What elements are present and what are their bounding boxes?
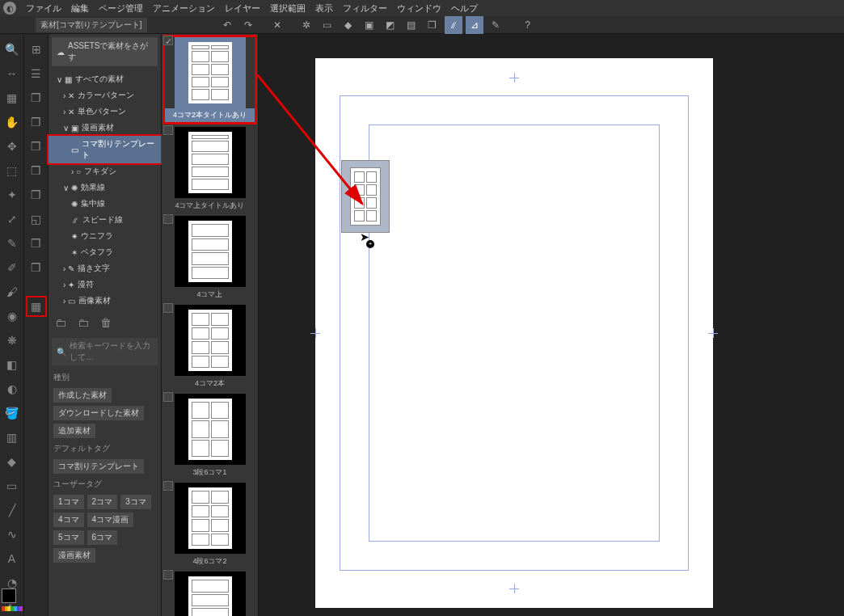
ruler-toggle-icon[interactable]: ⊿	[466, 16, 483, 34]
menu-filter[interactable]: フィルター	[343, 2, 387, 15]
tree-concentrated[interactable]: ✺ 集中線	[49, 196, 161, 212]
undo-icon[interactable]: ↶	[218, 16, 236, 34]
tree-color-pattern[interactable]: › ✕ カラーパターン	[49, 87, 161, 103]
search-assets-button[interactable]: ☁ ASSETSで素材をさがす	[52, 37, 158, 66]
tree-frame-template[interactable]: ▭ コマ割りテンプレート	[49, 136, 161, 163]
user-tag-4[interactable]: 4コマ漫画	[87, 513, 134, 527]
material-thumb-3[interactable]: 4コマ2本	[165, 305, 255, 389]
thumb-checkbox[interactable]	[163, 392, 173, 402]
brush-icon[interactable]: ✎	[487, 16, 504, 34]
menu-window[interactable]: ウィンドウ	[397, 2, 441, 15]
canvas-page[interactable]	[315, 58, 713, 608]
folder-add-icon[interactable]: 🗀	[52, 314, 70, 331]
tree-manga-material[interactable]: ∨ ▣ 漫画素材	[49, 120, 161, 136]
tree-image-material[interactable]: › ▭ 画像素材	[49, 293, 161, 309]
material-thumb-2[interactable]: 4コマ上	[165, 216, 255, 300]
default-tag[interactable]: コマ割りテンプレート	[53, 459, 144, 474]
spinner-icon[interactable]: ✲	[298, 16, 315, 34]
material-search-input[interactable]: 🔍 検索キーワードを入力して…	[52, 338, 158, 365]
user-tag-5[interactable]: 5コマ	[53, 530, 84, 545]
crop-icon[interactable]: ▣	[361, 16, 378, 34]
menu-page[interactable]: ページ管理	[99, 2, 143, 15]
menu-anim[interactable]: アニメーション	[153, 2, 215, 15]
cube-icon[interactable]: ◱	[27, 210, 45, 228]
stack5-icon[interactable]: ❒	[27, 186, 45, 204]
scale-icon[interactable]: ▭	[319, 16, 336, 34]
curve-tool-icon[interactable]: ∿	[3, 525, 21, 543]
copy-icon[interactable]: ❐	[424, 16, 441, 34]
canvas-area[interactable]	[259, 34, 844, 616]
material-thumbnail-list[interactable]: ✓4コマ2本タイトルあり4コマ上タイトルあり4コマ上4コマ2本3段6コマ14段6…	[162, 34, 259, 616]
folder-icon[interactable]: 🗀	[74, 314, 92, 331]
thumb-checkbox[interactable]	[163, 214, 173, 224]
eyedropper-tool-icon[interactable]: ⤢	[3, 210, 21, 228]
stack3-icon[interactable]: ❒	[27, 137, 45, 155]
menu-edit[interactable]: 編集	[71, 2, 89, 15]
cat-created[interactable]: 作成した素材	[53, 388, 112, 403]
user-tag-6[interactable]: 6コマ	[87, 530, 118, 545]
layers-icon[interactable]: ☰	[27, 65, 45, 82]
user-tag-7[interactable]: 漫画素材	[53, 548, 95, 563]
gradient-tool-icon[interactable]: ▥	[3, 428, 21, 446]
tree-balloon[interactable]: › ○ フキダシ	[49, 163, 161, 179]
pen-tool-icon[interactable]: ✎	[3, 234, 21, 252]
hand-tool-icon[interactable]: ✋	[3, 113, 21, 131]
bucket-tool-icon[interactable]: 🪣	[3, 404, 21, 422]
tree-unifura[interactable]: ✷ ウニフラ	[49, 228, 161, 244]
frame-tool-icon[interactable]: ▭	[3, 477, 21, 495]
move-tool-icon[interactable]: ↔	[3, 65, 21, 82]
thumb-checkbox[interactable]	[163, 303, 173, 313]
material-thumb-1[interactable]: 4コマ上タイトルあり	[165, 127, 255, 211]
line-tool-icon[interactable]: ╱	[3, 501, 21, 519]
help-icon[interactable]: ?	[519, 16, 537, 34]
quickaccess-icon[interactable]: ⊞	[27, 40, 45, 58]
pencil-tool-icon[interactable]: ✐	[3, 259, 21, 276]
material-thumb-5[interactable]: 4段6コマ2	[165, 483, 255, 567]
eraser-tool-icon[interactable]: ◧	[3, 356, 21, 373]
tree-drawn-text[interactable]: › ✎ 描き文字	[49, 260, 161, 276]
select-tool-icon[interactable]: ▦	[3, 89, 21, 107]
gradient-icon[interactable]: ▤	[403, 16, 420, 34]
menu-file[interactable]: ファイル	[26, 2, 61, 15]
wand-tool-icon[interactable]: ✦	[3, 186, 21, 204]
tree-all-materials[interactable]: ∨ ▦ すべての素材	[49, 71, 161, 87]
shape-tool-icon[interactable]: ◆	[3, 453, 21, 470]
invert-icon[interactable]: ◩	[382, 16, 399, 34]
thumb-checkbox[interactable]: ✓	[163, 36, 173, 45]
stack6-icon[interactable]: ❒	[27, 234, 45, 252]
tree-manpu[interactable]: › ✦ 漫符	[49, 276, 161, 293]
fill-icon[interactable]: ◆	[340, 16, 357, 34]
tree-betafura[interactable]: ✶ ベタフラ	[49, 244, 161, 260]
deco-tool-icon[interactable]: ❋	[3, 331, 21, 349]
tree-effect-line[interactable]: ∨ ✺ 効果線	[49, 179, 161, 196]
snap-toggle-icon[interactable]: ⫽	[445, 16, 462, 34]
tree-speed[interactable]: ⫽ スピード線	[49, 212, 161, 228]
user-tag-0[interactable]: 1コマ	[53, 495, 84, 509]
marquee-tool-icon[interactable]: ⬚	[3, 162, 21, 179]
thumb-checkbox[interactable]	[163, 125, 173, 135]
user-tag-3[interactable]: 4コマ	[53, 513, 84, 527]
thumb-checkbox[interactable]	[163, 570, 173, 580]
redo-icon[interactable]: ↷	[239, 16, 257, 34]
material-thumb-4[interactable]: 3段6コマ1	[165, 394, 255, 478]
material-thumb-0[interactable]: ✓4コマ2本タイトルあり	[165, 37, 255, 122]
menu-select[interactable]: 選択範囲	[270, 2, 306, 15]
brush-tool-icon[interactable]: 🖌	[3, 283, 21, 301]
stack7-icon[interactable]: ❒	[27, 259, 45, 276]
stack4-icon[interactable]: ❒	[27, 162, 45, 179]
zoom-tool-icon[interactable]: 🔍	[3, 40, 21, 58]
airbrush-tool-icon[interactable]: ◉	[3, 307, 21, 325]
delete-icon[interactable]: ✕	[268, 16, 286, 34]
stack2-icon[interactable]: ❒	[27, 113, 45, 131]
user-tag-2[interactable]: 3コマ	[120, 495, 151, 509]
stack1-icon[interactable]: ❒	[27, 89, 45, 107]
text-tool-icon[interactable]: A	[3, 550, 21, 567]
tree-mono-pattern[interactable]: › ✕ 単色パターン	[49, 103, 161, 120]
material-library-icon[interactable]: ▦	[27, 297, 45, 315]
thumb-checkbox[interactable]	[163, 481, 173, 491]
material-panel-tab[interactable]: 素材[コマ割りテンプレート]	[36, 18, 147, 32]
menu-view[interactable]: 表示	[315, 2, 333, 15]
color-swatches[interactable]	[2, 589, 23, 611]
menu-help[interactable]: ヘルプ	[451, 2, 478, 15]
menu-layer[interactable]: レイヤー	[225, 2, 260, 15]
